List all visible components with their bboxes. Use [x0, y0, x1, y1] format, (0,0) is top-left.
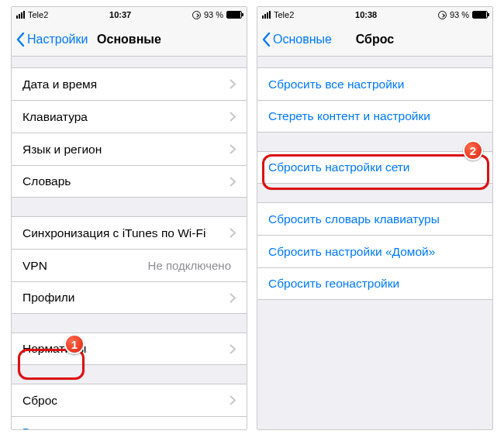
- carrier-label: Tele2: [274, 10, 294, 19]
- row-label: Дата и время: [22, 78, 230, 91]
- settings-group: Сбросить настройки сети: [257, 151, 492, 184]
- row-label: Выключить: [22, 425, 236, 429]
- chevron-right-icon: [230, 395, 236, 405]
- battery-icon: [472, 11, 488, 19]
- chevron-right-icon: [230, 79, 236, 89]
- settings-group: Синхронизация с iTunes по Wi-FiVPNНе под…: [12, 216, 247, 314]
- settings-row[interactable]: Нормативы: [12, 332, 247, 365]
- chevron-right-icon: [230, 293, 236, 303]
- clock: 10:37: [48, 10, 192, 19]
- battery-percent: 93 %: [204, 10, 223, 19]
- row-label: Синхронизация с iTunes по Wi-Fi: [22, 226, 230, 240]
- settings-body[interactable]: Сбросить все настройкиСтереть контент и …: [257, 57, 492, 429]
- back-button[interactable]: Настройки: [16, 32, 88, 47]
- row-label: Сбросить геонастройки: [268, 277, 482, 291]
- chevron-right-icon: [230, 228, 236, 238]
- chevron-right-icon: [230, 177, 236, 187]
- settings-row[interactable]: Сбросить словарь клавиатуры: [257, 202, 492, 235]
- phone-general: Tele2 10:37 93 % Настройки Основные Дата…: [11, 6, 247, 430]
- settings-row[interactable]: Клавиатура: [12, 100, 247, 133]
- settings-row[interactable]: Дата и время: [12, 67, 247, 100]
- settings-row[interactable]: Сбросить настройки сети: [257, 151, 492, 184]
- orientation-lock-icon: [438, 11, 447, 19]
- chevron-right-icon: [230, 344, 236, 354]
- settings-row[interactable]: Сброс: [12, 384, 247, 416]
- clock: 10:38: [294, 10, 438, 19]
- row-label: Сбросить настройки «Домой»: [268, 245, 482, 259]
- settings-row[interactable]: Сбросить настройки «Домой»: [257, 235, 492, 267]
- chevron-right-icon: [230, 144, 236, 154]
- back-label: Настройки: [27, 33, 88, 47]
- phone-reset: Tele2 10:38 93 % Основные Сброс Сбросить…: [257, 6, 493, 430]
- settings-body[interactable]: Дата и времяКлавиатураЯзык и регионСлова…: [12, 57, 247, 429]
- battery-percent: 93 %: [450, 10, 469, 19]
- settings-row[interactable]: Синхронизация с iTunes по Wi-Fi: [12, 216, 247, 249]
- row-label: Язык и регион: [22, 143, 230, 157]
- settings-group: СбросВыключить: [12, 384, 247, 429]
- row-label: Сбросить словарь клавиатуры: [268, 212, 482, 226]
- row-detail: Не подключено: [148, 259, 231, 272]
- row-label: Клавиатура: [22, 110, 230, 124]
- nav-bar: Настройки Основные: [12, 22, 247, 57]
- nav-bar: Основные Сброс: [257, 22, 492, 57]
- settings-row[interactable]: Сбросить геонастройки: [257, 267, 492, 300]
- row-label: Профили: [22, 291, 230, 305]
- status-bar: Tele2 10:38 93 %: [257, 7, 492, 22]
- status-bar: Tele2 10:37 93 %: [12, 7, 247, 22]
- settings-row[interactable]: Выключить: [12, 416, 247, 429]
- row-label: Стереть контент и настройки: [268, 109, 482, 123]
- back-button[interactable]: Основные: [262, 32, 332, 47]
- settings-row[interactable]: Сбросить все настройки: [257, 67, 492, 100]
- row-label: Нормативы: [22, 342, 230, 356]
- back-label: Основные: [273, 33, 332, 47]
- battery-icon: [226, 11, 242, 19]
- settings-group: Сбросить словарь клавиатурыСбросить наст…: [257, 202, 492, 300]
- settings-group: Нормативы: [12, 332, 247, 365]
- settings-group: Дата и времяКлавиатураЯзык и регионСлова…: [12, 67, 247, 198]
- row-label: Сбросить настройки сети: [268, 160, 482, 174]
- settings-row[interactable]: Язык и регион: [12, 133, 247, 165]
- signal-icon: [262, 11, 271, 19]
- signal-icon: [16, 11, 25, 19]
- settings-group: Сбросить все настройкиСтереть контент и …: [257, 67, 492, 133]
- settings-row[interactable]: VPNНе подключено: [12, 249, 247, 281]
- settings-row[interactable]: Словарь: [12, 165, 247, 198]
- row-label: Сброс: [22, 394, 230, 408]
- row-label: VPN: [22, 259, 148, 273]
- orientation-lock-icon: [192, 11, 201, 19]
- row-label: Сбросить все настройки: [268, 78, 482, 91]
- chevron-right-icon: [230, 112, 236, 122]
- settings-row[interactable]: Стереть контент и настройки: [257, 100, 492, 133]
- carrier-label: Tele2: [28, 10, 48, 19]
- row-label: Словарь: [22, 174, 230, 188]
- settings-row[interactable]: Профили: [12, 281, 247, 314]
